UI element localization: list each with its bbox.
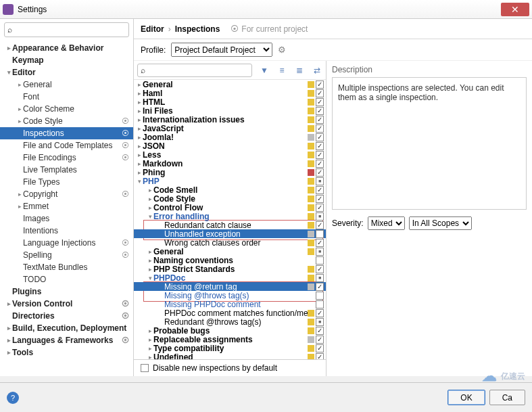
- severity-label: Severity:: [332, 219, 364, 228]
- filter-icon[interactable]: ▼: [259, 65, 270, 76]
- inspection-row[interactable]: Redundant @throws tag(s): [134, 317, 326, 326]
- sidebar-item[interactable]: Font: [0, 91, 133, 103]
- sidebar-item[interactable]: Images: [0, 212, 133, 225]
- inspection-row[interactable]: ▸Probable bugs: [134, 326, 326, 335]
- sidebar-search-input[interactable]: [12, 25, 126, 35]
- crumb-inspections: Inspections: [175, 24, 220, 34]
- sidebar-item[interactable]: Intentions: [0, 225, 133, 237]
- sidebar-item[interactable]: File Encodings⦿: [0, 152, 133, 164]
- sidebar-item[interactable]: ▸Emmet: [0, 200, 133, 212]
- settings-sidebar: ⌕ ▸Appearance & BehaviorKeymap▾Editor▸Ge…: [0, 19, 134, 376]
- severity-select[interactable]: Mixed: [368, 216, 405, 230]
- inspection-row[interactable]: ▸Joomla!: [134, 133, 326, 141]
- sidebar-item[interactable]: File and Code Templates⦿: [0, 139, 133, 152]
- inspection-row[interactable]: ▸Control Flow: [134, 203, 326, 212]
- window-title: Settings: [18, 5, 501, 14]
- expand-all-icon[interactable]: ≡: [276, 65, 287, 76]
- cloud-icon: ☁: [482, 367, 497, 385]
- sidebar-item[interactable]: ▸Code Style⦿: [0, 115, 133, 127]
- sidebar-item[interactable]: ▸Languages & Frameworks⦿: [0, 334, 133, 346]
- inspection-row[interactable]: ▸Haml: [134, 89, 326, 97]
- sidebar-item[interactable]: Spelling⦿: [0, 249, 133, 261]
- profile-label: Profile:: [141, 45, 166, 55]
- project-scope-label: For current project: [241, 24, 308, 34]
- inspection-row[interactable]: ▸HTML: [134, 97, 326, 106]
- inspection-row[interactable]: ▾PHPDoc: [134, 273, 326, 282]
- description-label: Description: [332, 65, 527, 74]
- inspection-row[interactable]: ▸Ini Files: [134, 106, 326, 115]
- sidebar-item[interactable]: Keymap: [0, 54, 133, 66]
- inspection-row[interactable]: ▸Naming conventions: [134, 256, 326, 265]
- ok-button[interactable]: OK: [448, 390, 485, 405]
- inspection-row[interactable]: ▸Internationalization issues: [134, 115, 326, 124]
- inspection-tree[interactable]: ▸General▸Haml▸HTML▸Ini Files▸Internation…: [134, 80, 326, 359]
- inspection-row[interactable]: ▸JSON: [134, 141, 326, 150]
- inspection-search[interactable]: ⌕: [137, 64, 252, 77]
- inspection-row[interactable]: Unhandled exception: [134, 229, 326, 238]
- inspection-row[interactable]: Redundant catch clause: [134, 221, 326, 229]
- search-icon: ⌕: [7, 25, 12, 35]
- inspection-row[interactable]: ▸General: [134, 80, 326, 89]
- search-icon: ⌕: [141, 66, 145, 75]
- app-icon: [3, 4, 14, 15]
- sidebar-item[interactable]: ▸General: [0, 78, 133, 91]
- sidebar-item[interactable]: ▸Copyright⦿: [0, 188, 133, 200]
- inspection-row[interactable]: PHPDoc comment matches function/method: [134, 308, 326, 317]
- sidebar-item[interactable]: ▸Version Control⦿: [0, 298, 133, 310]
- sidebar-item[interactable]: TODO: [0, 273, 133, 285]
- inspection-row[interactable]: ▸Less: [134, 150, 326, 159]
- reset-icon[interactable]: ⇄: [312, 65, 322, 76]
- inspection-row[interactable]: ▾PHP: [134, 177, 326, 185]
- disable-new-label: Disable new inspections by default: [153, 363, 277, 373]
- inspection-row[interactable]: Missing @return tag: [134, 282, 326, 291]
- watermark: ☁ 亿速云: [482, 367, 525, 385]
- inspection-row[interactable]: ▸Code Smell: [134, 185, 326, 194]
- sidebar-item[interactable]: TextMate Bundles: [0, 261, 133, 273]
- sidebar-item[interactable]: ▸Tools: [0, 346, 133, 359]
- severity-row: Severity: Mixed In All Scopes: [332, 216, 527, 230]
- close-icon[interactable]: ✕: [501, 3, 529, 16]
- sidebar-item[interactable]: Directories⦿: [0, 310, 133, 322]
- disable-new-checkbox[interactable]: [141, 364, 149, 372]
- sidebar-item[interactable]: Language Injections⦿: [0, 237, 133, 249]
- inspection-search-input[interactable]: [145, 66, 249, 75]
- description-text: Multiple inspections are selected. You c…: [338, 83, 504, 102]
- sidebar-item[interactable]: ▸Appearance & Behavior: [0, 42, 133, 54]
- sidebar-item[interactable]: ▸Color Scheme: [0, 103, 133, 115]
- project-icon: ⦿: [231, 24, 239, 34]
- settings-tree[interactable]: ▸Appearance & BehaviorKeymap▾Editor▸Gene…: [0, 41, 133, 376]
- inspection-row[interactable]: ▸PHP Strict Standards: [134, 265, 326, 273]
- inspection-row[interactable]: ▸Markdown: [134, 159, 326, 168]
- scope-select[interactable]: In All Scopes: [409, 216, 472, 230]
- chevron-right-icon: ›: [168, 24, 171, 34]
- inspection-row[interactable]: Missing PHPDoc comment: [134, 300, 326, 308]
- inspection-detail: Description Multiple inspections are sel…: [327, 61, 532, 376]
- inspection-row[interactable]: ▸Phing: [134, 168, 326, 177]
- inspection-row[interactable]: ▸General: [134, 247, 326, 256]
- sidebar-item[interactable]: File Types: [0, 176, 133, 188]
- sidebar-item[interactable]: Plugins: [0, 285, 133, 298]
- sidebar-search[interactable]: ⌕: [4, 22, 129, 37]
- inspection-row[interactable]: ▾Error handling: [134, 212, 326, 221]
- inspection-row[interactable]: Wrong catch clauses order: [134, 238, 326, 247]
- profile-select[interactable]: Project Default Project: [171, 43, 272, 57]
- titlebar: Settings ✕: [0, 0, 532, 19]
- sidebar-item[interactable]: Live Templates: [0, 164, 133, 176]
- help-icon[interactable]: ?: [7, 392, 19, 404]
- sidebar-item[interactable]: Inspections⦿: [0, 127, 133, 139]
- inspection-row[interactable]: ▸Type compatibility: [134, 344, 326, 352]
- inspection-row[interactable]: ▸Replaceable assignments: [134, 335, 326, 344]
- disable-new-row[interactable]: Disable new inspections by default: [134, 359, 326, 376]
- inspection-row[interactable]: ▸JavaScript: [134, 124, 326, 133]
- crumb-editor[interactable]: Editor: [141, 24, 164, 34]
- gear-icon[interactable]: ⚙: [278, 45, 286, 55]
- cancel-button[interactable]: Ca: [489, 390, 525, 405]
- sidebar-item[interactable]: ▸Build, Execution, Deployment: [0, 322, 133, 334]
- dialog-footer: ? OK Ca: [0, 382, 532, 412]
- inspection-row[interactable]: Missing @throws tag(s): [134, 291, 326, 300]
- inspection-row[interactable]: ▸Code Style: [134, 194, 326, 203]
- inspection-row[interactable]: ▸Undefined: [134, 352, 326, 359]
- sidebar-item[interactable]: ▾Editor: [0, 66, 133, 78]
- inspection-toolbar: ⌕ ▼ ≡ ≣ ⇄: [134, 61, 326, 80]
- collapse-all-icon[interactable]: ≣: [294, 65, 305, 76]
